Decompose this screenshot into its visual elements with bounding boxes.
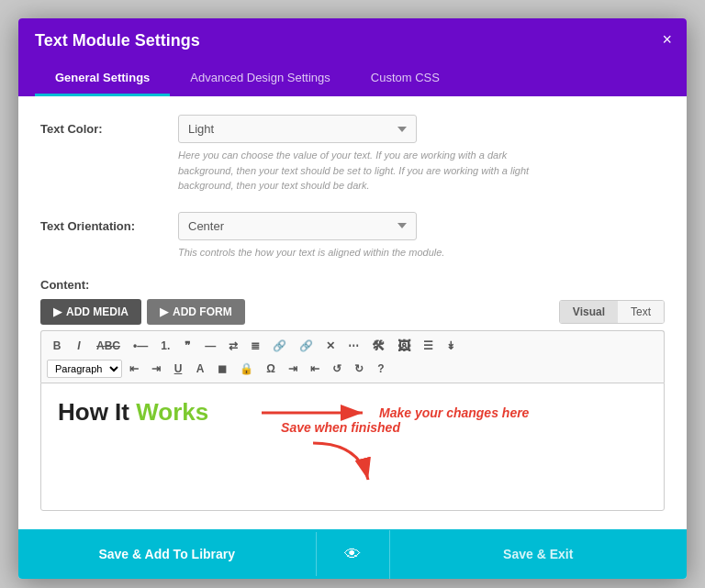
text-orientation-control: Center Left Right Justify This controls … — [178, 212, 665, 261]
editor-buttons: ▶ ADD MEDIA ▶ ADD FORM — [40, 299, 245, 325]
tab-advanced-design-settings[interactable]: Advanced Design Settings — [170, 61, 350, 96]
view-visual-button[interactable]: Visual — [560, 301, 618, 323]
tabs-bar: General Settings Advanced Design Setting… — [35, 61, 670, 96]
toolbar-image[interactable]: 🖼 — [392, 335, 416, 357]
toolbar-remove-format[interactable]: ✕ — [320, 336, 341, 356]
toolbar-color-marker[interactable]: 🛠 — [366, 335, 390, 357]
toolbar-underline[interactable]: U — [168, 359, 188, 379]
toolbar-ul[interactable]: •— — [128, 336, 153, 356]
editor-area[interactable]: How It Works Make your changes here — [40, 383, 665, 511]
annotation-bottom: Save when finished — [281, 420, 400, 484]
text-orientation-label: Text Orientation: — [40, 212, 178, 233]
toolbar-bg-color[interactable]: ◼ — [212, 359, 232, 379]
toolbar-link[interactable]: 🔗 — [267, 336, 292, 356]
toolbar-special-char[interactable]: Ω — [261, 359, 281, 379]
editor-actions: ▶ ADD MEDIA ▶ ADD FORM Visual Text — [40, 299, 665, 325]
add-form-button[interactable]: ▶ ADD FORM — [147, 299, 245, 325]
toolbar-indent[interactable]: ⇥ — [283, 359, 303, 379]
content-section: Content: ▶ ADD MEDIA ▶ ADD FORM Visual T… — [40, 278, 665, 511]
toolbar-layout[interactable]: ☰ — [418, 336, 439, 356]
text-color-select[interactable]: Light Dark — [178, 115, 417, 143]
text-orientation-hint: This controls the how your text is align… — [178, 245, 564, 261]
toolbar-insert[interactable]: ↡ — [441, 336, 461, 356]
text-orientation-row: Text Orientation: Center Left Right Just… — [40, 212, 665, 261]
view-text-button[interactable]: Text — [618, 301, 664, 323]
content-label: Content: — [40, 278, 665, 292]
annotation-bottom-text: Save when finished — [281, 420, 400, 435]
toolbar-indent-less[interactable]: ⇤ — [124, 359, 144, 379]
editor-content-colored-word: Works — [136, 398, 208, 426]
toolbar-dash[interactable]: — — [199, 336, 221, 356]
toolbar-align-center[interactable]: ≣ — [245, 336, 265, 356]
toolbar-unlink[interactable]: 🔗 — [294, 336, 319, 356]
save-library-button[interactable]: Save & Add To Library — [18, 532, 317, 576]
toolbar-align-left[interactable]: ⇄ — [223, 336, 243, 356]
annotation-right-text: Make your changes here — [379, 405, 529, 420]
modal-footer: Save & Add To Library 👁 Save & Exit — [18, 529, 687, 579]
toolbar-more[interactable]: ⋯ — [342, 336, 364, 356]
close-button[interactable]: × — [662, 31, 672, 48]
toolbar-undo[interactable]: ↺ — [327, 359, 347, 379]
modal: Text Module Settings × General Settings … — [18, 18, 687, 579]
view-toggle: Visual Text — [559, 300, 665, 324]
editor-toolbar: B I ABC •— 1. ❞ — ⇄ ≣ 🔗 🔗 ✕ ⋯ 🛠 🖼 ☰ — [40, 330, 665, 383]
toolbar-lock[interactable]: 🔒 — [234, 359, 259, 379]
text-orientation-select[interactable]: Center Left Right Justify — [178, 212, 417, 240]
arrow-down-svg — [304, 438, 377, 484]
toolbar-help[interactable]: ? — [371, 359, 391, 379]
tab-custom-css[interactable]: Custom CSS — [351, 61, 460, 96]
toolbar-row-2: Paragraph Heading 1 Heading 2 ⇤ ⇥ U A ◼ … — [47, 359, 658, 379]
toolbar-bold[interactable]: B — [47, 336, 67, 356]
toolbar-blockquote[interactable]: ❞ — [177, 336, 197, 356]
toolbar-indent-more[interactable]: ⇥ — [146, 359, 166, 379]
toolbar-outdent[interactable]: ⇤ — [305, 359, 325, 379]
toolbar-italic[interactable]: I — [69, 336, 89, 356]
add-media-button[interactable]: ▶ ADD MEDIA — [40, 299, 141, 325]
toolbar-ol[interactable]: 1. — [155, 336, 175, 356]
toolbar-redo[interactable]: ↻ — [349, 359, 369, 379]
text-color-control: Light Dark Here you can choose the value… — [178, 115, 665, 194]
save-exit-button[interactable]: Save & Exit — [390, 532, 688, 576]
modal-title: Text Module Settings — [35, 31, 670, 61]
toolbar-row-1: B I ABC •— 1. ❞ — ⇄ ≣ 🔗 🔗 ✕ ⋯ 🛠 🖼 ☰ — [47, 335, 658, 357]
tab-general-settings[interactable]: General Settings — [35, 61, 170, 96]
text-color-row: Text Color: Light Dark Here you can choo… — [40, 115, 665, 194]
toolbar-strikethrough[interactable]: ABC — [91, 336, 126, 356]
preview-button[interactable]: 👁 — [317, 530, 390, 579]
eye-icon: 👁 — [344, 545, 361, 563]
modal-body: Text Color: Light Dark Here you can choo… — [18, 96, 687, 529]
text-color-hint: Here you can choose the value of your te… — [178, 148, 564, 194]
modal-header: Text Module Settings × General Settings … — [18, 18, 687, 96]
text-color-label: Text Color: — [40, 115, 178, 136]
add-form-icon: ▶ — [160, 305, 168, 318]
toolbar-paragraph-select[interactable]: Paragraph Heading 1 Heading 2 — [47, 360, 122, 378]
add-media-icon: ▶ — [53, 305, 62, 318]
toolbar-text-color[interactable]: A — [190, 359, 210, 379]
